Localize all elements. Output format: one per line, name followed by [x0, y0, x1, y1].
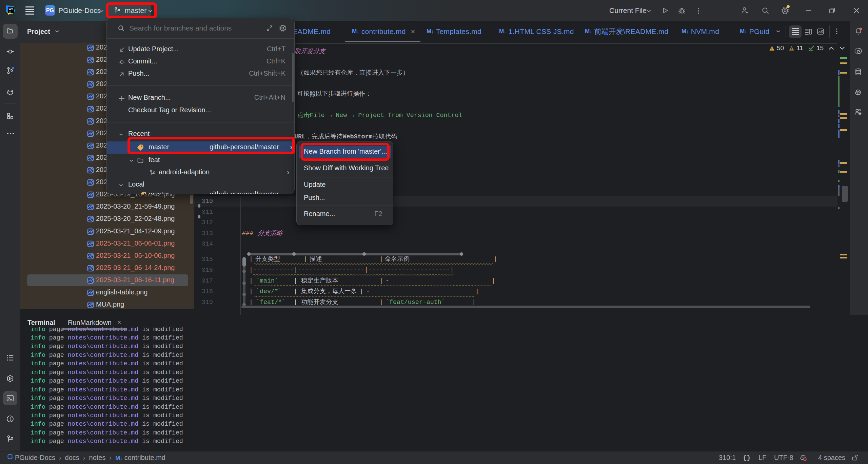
svg-text:WS: WS	[9, 7, 14, 11]
